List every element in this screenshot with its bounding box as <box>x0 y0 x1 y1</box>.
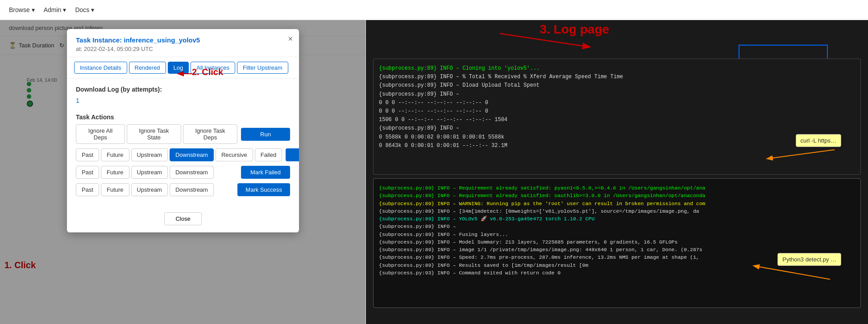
log-line: {subprocess.py:89} INFO – Requirement al… <box>379 192 855 199</box>
tab-rendered[interactable]: Rendered <box>129 62 166 74</box>
clear-failed-btn[interactable]: Failed <box>255 148 282 161</box>
main-area: download person picture and inferen... ⏳… <box>0 20 868 324</box>
modal-tabs: Instance Details Rendered Log All Instan… <box>67 57 299 79</box>
tab-log[interactable]: Log <box>168 62 189 74</box>
mf-future-btn[interactable]: Future <box>101 166 129 179</box>
ms-downstream-btn[interactable]: Downstream <box>170 183 214 196</box>
log-line: {subprocess.py:89} INFO – Model Summary:… <box>379 238 855 246</box>
run-dep-buttons: Ignore All Deps Ignore Task State Ignore… <box>76 124 237 144</box>
left-panel: download person picture and inferen... ⏳… <box>0 20 366 324</box>
clear-downstream-btn[interactable]: Downstream <box>170 148 214 161</box>
nav-docs[interactable]: Docs ▾ <box>75 6 94 13</box>
mark-success-action-row: Past Future Upstream Downstream Mark Suc… <box>76 183 290 196</box>
nav-admin[interactable]: Admin ▾ <box>44 6 66 13</box>
modal-title: Task Instance: inference_using_yolov5 <box>76 36 290 44</box>
log-line: {subprocess.py:89} INFO – <box>379 124 855 133</box>
tab-filter-upstream[interactable]: Filter Upstream <box>237 62 288 74</box>
log-line: {subprocess.py:89} INFO – Cloning into '… <box>379 64 855 73</box>
modal-close-button[interactable]: × <box>288 34 293 44</box>
mf-past-btn[interactable]: Past <box>76 166 99 179</box>
modal-footer: Close <box>67 208 299 232</box>
task-actions-section: Task Actions Ignore All Deps Ignore Task… <box>76 114 290 196</box>
clear-dep-buttons: Past Future Upstream Downstream Recursiv… <box>76 148 282 161</box>
run-button[interactable]: Run <box>241 128 290 141</box>
modal-overlay: Task Instance: inference_using_yolov5 at… <box>0 20 366 324</box>
mf-downstream-btn[interactable]: Downstream <box>170 166 214 179</box>
log-line: 0 8643k 0 0:00:01 0:00:01 --:--:-- 32.1M <box>379 142 855 150</box>
log-page-annotation: 3. Log page <box>540 22 609 37</box>
mf-upstream-btn[interactable]: Upstream <box>131 166 168 179</box>
footer-close-button[interactable]: Close <box>164 212 201 225</box>
ignore-task-state-btn[interactable]: Ignore Task State <box>127 124 181 144</box>
chevron-down-icon: ▾ <box>91 6 94 13</box>
right-panel: 3. Log page {subprocess.py:89} INFO – Cl… <box>366 20 868 324</box>
clear-future-btn[interactable]: Future <box>101 148 129 161</box>
mark-failed-button[interactable]: Mark Failed <box>241 166 290 179</box>
run-action-row: Ignore All Deps Ignore Task State Ignore… <box>76 124 290 144</box>
ms-upstream-btn[interactable]: Upstream <box>131 183 168 196</box>
log-line: 0 5588k 0 0:00:02 0:00:01 0:00:01 5588k <box>379 133 855 142</box>
curl-callout: curl -L https… <box>796 134 841 147</box>
log-top-box: {subprocess.py:89} INFO – Cloning into '… <box>373 59 861 175</box>
attempt-1-link[interactable]: 1 <box>76 97 79 104</box>
mark-failed-action-row: Past Future Upstream Downstream Mark Fai… <box>76 166 290 179</box>
clear-action-row: Past Future Upstream Downstream Recursiv… <box>76 148 290 161</box>
ms-past-btn[interactable]: Past <box>76 183 99 196</box>
task-instance-modal: Task Instance: inference_using_yolov5 at… <box>67 29 299 232</box>
ignore-all-deps-btn[interactable]: Ignore All Deps <box>76 124 125 144</box>
chevron-down-icon: ▾ <box>32 6 35 13</box>
log-line: {subprocess.py:93} INFO – Command exited… <box>379 269 855 277</box>
log-line: {subprocess.py:89} INFO – Fusing layers.… <box>379 231 855 238</box>
task-actions-label: Task Actions <box>76 114 290 121</box>
ms-future-btn[interactable]: Future <box>101 183 129 196</box>
tab-instance-details[interactable]: Instance Details <box>74 62 127 74</box>
chevron-down-icon: ▾ <box>63 6 66 13</box>
nav-browse[interactable]: Browse ▾ <box>9 6 35 13</box>
mark-success-dep-buttons: Past Future Upstream Downstream <box>76 183 234 196</box>
mark-success-button[interactable]: Mark Success <box>237 183 290 196</box>
log-line: {subprocess.py:89} INFO – YOLOv5 🚀 v6.0-… <box>379 215 855 223</box>
clear-past-btn[interactable]: Past <box>76 148 99 161</box>
download-log-label: Download Log (by attempts): <box>76 86 290 93</box>
log-line: {subprocess.py:89} INFO – [34m[1mdetect:… <box>379 207 855 215</box>
log-line: {subprocess.py:89} INFO – image 1/1 /pri… <box>379 246 855 253</box>
log-bottom-box: {subprocess.py:89} INFO – Requirement al… <box>373 178 861 308</box>
clear-button[interactable]: Clear <box>286 148 299 161</box>
log-line: {subprocess.py:89} INFO – Dload Upload T… <box>379 81 855 90</box>
svg-line-3 <box>500 34 589 47</box>
download-log-section: Download Log (by attempts): 1 <box>76 86 290 105</box>
log-line: {subprocess.py:89} INFO – <box>379 90 855 99</box>
clear-upstream-btn[interactable]: Upstream <box>131 148 168 161</box>
log-line: {subprocess.py:89} INFO – % Total % Rece… <box>379 73 855 81</box>
modal-body: Download Log (by attempts): 1 Task Actio… <box>67 79 299 208</box>
log-line: 0 0 0 --:--:-- --:--:-- --:--:-- 0 <box>379 99 855 107</box>
top-navigation: Browse ▾ Admin ▾ Docs ▾ <box>0 0 868 20</box>
log-line: {subprocess.py:89} INFO – Requirement al… <box>379 184 855 192</box>
ignore-task-deps-btn[interactable]: Ignore Task Deps <box>183 124 237 144</box>
log-line: 1506 0 0 --:--:-- --:--:-- --:--:-- 1504 <box>379 116 855 124</box>
python-callout: Python3 detect.py … <box>777 253 841 266</box>
clear-recursive-btn[interactable]: Recursive <box>216 148 253 161</box>
log-line: {subprocess.py:89} INFO – WARNING: Runni… <box>379 200 855 207</box>
tab-all-instances[interactable]: All Instances <box>191 62 235 74</box>
modal-header: Task Instance: inference_using_yolov5 at… <box>67 29 299 57</box>
log-line: 0 0 0 --:--:-- --:--:-- --:--:-- 0 <box>379 107 855 116</box>
modal-subtitle: at: 2022-02-14, 05:00:29 UTC <box>76 46 290 52</box>
mark-failed-dep-buttons: Past Future Upstream Downstream <box>76 166 237 179</box>
log-line: {subprocess.py:89} INFO – <box>379 223 855 230</box>
